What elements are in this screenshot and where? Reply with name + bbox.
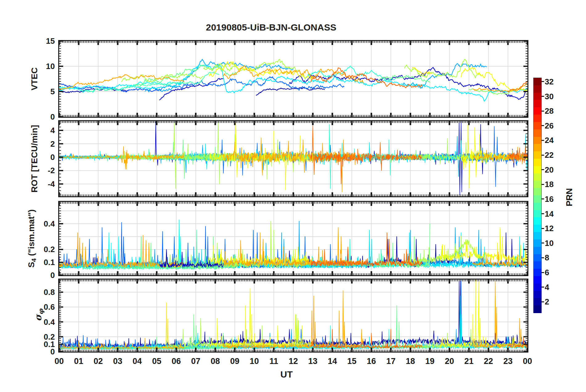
colorbar-segment-prn-15 <box>534 203 541 210</box>
colorbar-tick-label: 24 <box>545 135 566 145</box>
colorbar-tick-mark <box>541 169 544 170</box>
y-tick-label: 4 <box>29 125 55 135</box>
colorbar-tick-label: 6 <box>545 267 566 277</box>
colorbar-tick-mark <box>541 301 544 302</box>
y-tick-label: -2 <box>29 165 55 175</box>
y-tick-label: 0.6 <box>29 302 55 312</box>
colorbar-segment-prn-30 <box>534 93 541 100</box>
colorbar-tick-label: 16 <box>545 194 566 204</box>
panel-sigma-phi-canvas <box>59 280 527 352</box>
colorbar-tick-label: 28 <box>545 106 566 116</box>
colorbar-tick-mark <box>541 198 544 199</box>
colorbar-tick-mark <box>541 140 544 141</box>
y-tick-label: 0.1 <box>29 257 55 267</box>
colorbar-tick-label: 22 <box>545 150 566 160</box>
plot-panel-vtec <box>58 40 528 118</box>
colorbar-tick-mark <box>541 257 544 258</box>
colorbar-tick-label: 4 <box>545 282 566 292</box>
chart-title: 20190805-UiB-BJN-GLONASS <box>176 22 367 33</box>
colorbar-tick-mark <box>541 287 544 288</box>
colorbar-segment-prn-8 <box>534 254 541 262</box>
colorbar-tick-mark <box>541 125 544 126</box>
colorbar-segment-prn-20 <box>534 166 541 174</box>
colorbar-tick-mark <box>541 81 544 82</box>
colorbar-tick-label: 18 <box>545 179 566 189</box>
colorbar-segment-prn-13 <box>534 217 541 225</box>
glonass-ionosphere-figure: 20190805-UiB-BJN-GLONASS VTEC ROT [TECU/… <box>0 0 586 392</box>
colorbar-segment-prn-2 <box>534 298 541 305</box>
colorbar-segment-prn-18 <box>534 181 541 188</box>
y-tick-label: 15 <box>29 36 55 46</box>
colorbar-segment-prn-6 <box>534 269 541 276</box>
y-tick-label: 0 <box>29 112 55 122</box>
colorbar-segment-prn-16 <box>534 195 541 203</box>
colorbar-segment-prn-25 <box>534 129 541 137</box>
colorbar-segment-prn-22 <box>534 151 541 159</box>
colorbar-segment-prn-32 <box>534 78 541 85</box>
y-tick-label: 0 <box>29 270 55 280</box>
colorbar-tick-label: 2 <box>545 297 566 307</box>
y-tick-label: 5 <box>29 87 55 96</box>
panel-vtec-canvas <box>59 41 527 117</box>
colorbar-segment-prn-1 <box>534 305 541 313</box>
y-tick-label: 0.8 <box>29 287 55 297</box>
colorbar-tick-mark <box>541 155 544 156</box>
colorbar-tick-mark <box>541 228 544 229</box>
y-tick-label: 0.2 <box>29 332 55 342</box>
colorbar-segment-prn-5 <box>534 276 541 284</box>
colorbar-segment-prn-12 <box>534 225 541 232</box>
colorbar-tick-mark <box>541 111 544 112</box>
colorbar-segment-prn-31 <box>534 85 541 93</box>
x-axis-label: UT <box>256 369 317 380</box>
colorbar-segment-prn-7 <box>534 261 541 269</box>
y-tick-label: 0 <box>29 152 55 162</box>
colorbar-tick-label: 8 <box>545 253 566 263</box>
colorbar-tick-mark <box>541 213 544 214</box>
panel-rot-canvas <box>59 121 527 196</box>
colorbar-tick-label: 14 <box>545 209 566 219</box>
y-tick-label: 0.4 <box>29 317 55 327</box>
panel-s4-canvas <box>59 202 527 275</box>
colorbar-tick-mark <box>541 243 544 243</box>
y-tick-label: 0.4 <box>29 219 55 229</box>
colorbar-segment-prn-23 <box>534 144 541 151</box>
colorbar-segment-prn-14 <box>534 210 541 218</box>
colorbar-tick-label: 10 <box>545 238 566 248</box>
colorbar-tick-mark <box>541 96 544 97</box>
plot-panel-sigma-phi <box>58 279 528 353</box>
colorbar-segment-prn-10 <box>534 239 541 247</box>
plot-panel-rot <box>58 120 528 197</box>
y-tick-label: 2 <box>29 139 55 149</box>
y-tick-label: 0.2 <box>29 244 55 254</box>
colorbar-segment-prn-24 <box>534 137 541 144</box>
colorbar-tick-label: 32 <box>545 77 566 87</box>
colorbar-tick-label: 30 <box>545 92 566 101</box>
y-tick-label: -4 <box>29 179 55 189</box>
colorbar-tick-label: 12 <box>545 223 566 233</box>
colorbar-segment-prn-29 <box>534 100 541 107</box>
colorbar-tick-mark <box>541 184 544 185</box>
colorbar-segment-prn-21 <box>534 159 541 166</box>
plot-panel-s4 <box>58 201 528 276</box>
y-tick-label: 10 <box>29 61 55 71</box>
x-tick-label: 00 <box>515 356 540 366</box>
colorbar-segment-prn-11 <box>534 232 541 239</box>
colorbar-segment-prn-17 <box>534 188 541 195</box>
colorbar <box>534 78 541 313</box>
colorbar-tick-label: 20 <box>545 165 566 175</box>
colorbar-segment-prn-9 <box>534 247 541 254</box>
colorbar-tick-mark <box>541 272 544 273</box>
colorbar-segment-prn-3 <box>534 291 541 298</box>
colorbar-tick-label: 26 <box>545 121 566 131</box>
colorbar-segment-prn-26 <box>534 122 541 129</box>
colorbar-segment-prn-19 <box>534 174 541 181</box>
colorbar-segment-prn-27 <box>534 115 541 122</box>
colorbar-segment-prn-28 <box>534 107 541 115</box>
colorbar-segment-prn-4 <box>534 284 541 291</box>
